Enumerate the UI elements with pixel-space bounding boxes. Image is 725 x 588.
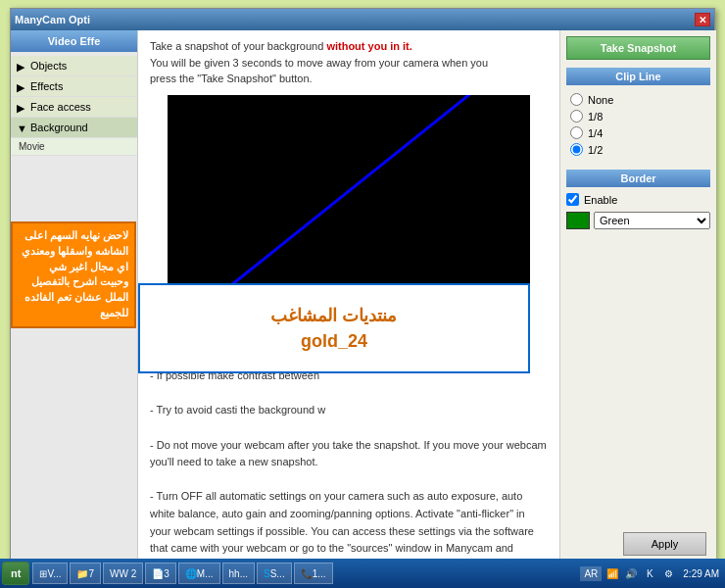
taskbar-s-icon: S [264, 568, 270, 579]
title-bar: ManyCam Opti ✕ [11, 9, 714, 30]
sidebar-effects-label: Effects [30, 80, 63, 92]
clip-none-radio[interactable] [570, 93, 583, 106]
clip-1-8-option[interactable]: 1/8 [570, 110, 706, 122]
enable-border-checkbox-row[interactable]: Enable [566, 193, 710, 206]
sidebar-item-effects[interactable]: ▶ Effects [11, 76, 137, 97]
language-indicator[interactable]: AR [580, 566, 602, 581]
arrow-right-icon: ▶ [17, 61, 26, 71]
close-button[interactable]: ✕ [695, 13, 710, 26]
clip-1-2-option[interactable]: 1/2 [570, 143, 706, 156]
sidebar-header: Video Effe [11, 30, 137, 52]
taskbar-item-s[interactable]: S S... [257, 563, 292, 584]
taskbar: nt ⊞ V... 📁 7 W W 2 📄 3 🌐 M... h h... S … [0, 559, 725, 588]
apply-button[interactable]: Apply [623, 532, 706, 556]
taskbar-w-icon: W [110, 568, 119, 579]
border-section: Border Enable Green [566, 170, 710, 229]
taskbar-item-v[interactable]: ⊞ V... [32, 563, 68, 584]
annotation-text: لاحض نهايه السهم اعلى الشاشه واسقلها ومع… [22, 229, 128, 318]
clip-1-4-option[interactable]: 1/4 [570, 126, 706, 139]
sidebar-item-background[interactable]: ▼ Background [11, 118, 137, 138]
sidebar-item-objects[interactable]: ▶ Objects [11, 56, 137, 76]
tray-icon-gear: ⚙ [660, 565, 676, 581]
clip-line-header: Clip Line [566, 68, 710, 85]
arrow-down-icon: ▼ [17, 122, 26, 132]
instruction-text: Take a snapshot of your background witho… [150, 38, 548, 87]
instruction-highlight: without you in it. [326, 40, 411, 52]
arabic-line1: منتديات المشاغب [160, 305, 508, 326]
border-header: Border [566, 170, 710, 187]
taskbar-doc-icon: 📄 [152, 568, 164, 579]
taskbar-folder-icon: 📁 [76, 568, 88, 579]
enable-border-checkbox[interactable] [566, 193, 579, 206]
rec-5: - Turn OFF all automatic settings on you… [150, 488, 548, 567]
camera-preview-container [168, 95, 530, 301]
taskbar-item-1[interactable]: 📞 1... [294, 563, 333, 584]
start-button[interactable]: nt [2, 562, 29, 585]
clip-1-4-label: 1/4 [588, 127, 603, 139]
rec-3: - Try to avoid casti the background w [150, 402, 548, 419]
taskbar-v-icon: ⊞ [39, 568, 47, 579]
arrow-right-icon2: ▶ [17, 81, 26, 91]
rec-4: - Do not move your webcam after you take… [150, 437, 548, 471]
sidebar-faceaccess-label: Face access [30, 101, 91, 113]
tray-icon-k: K [642, 565, 657, 581]
taskbar-item-3[interactable]: 📄 3 [145, 563, 176, 584]
color-swatch [566, 212, 590, 229]
tray-network-icon: 📶 [604, 565, 620, 581]
take-snapshot-button[interactable]: Take Snapshot [566, 36, 710, 60]
enable-label: Enable [584, 194, 617, 206]
color-select-row: Green [566, 212, 710, 229]
sidebar-background-label: Background [30, 122, 88, 133]
sidebar: Video Effe ▶ Objects ▶ Effects ▶ Face ac… [11, 30, 138, 567]
taskbar-1-icon: 📞 [301, 568, 313, 579]
sidebar-objects-label: Objects [30, 60, 67, 72]
clip-none-label: None [588, 94, 613, 106]
taskbar-right: AR 📶 🔊 K ⚙ 2:29 AM [580, 565, 723, 581]
taskbar-item-w[interactable]: W W 2 [103, 563, 143, 584]
clip-1-2-label: 1/2 [588, 144, 603, 156]
arrow-right-icon3: ▶ [17, 102, 26, 112]
clip-1-2-radio[interactable] [570, 143, 583, 156]
clip-1-4-radio[interactable] [570, 126, 583, 139]
taskbar-item-h[interactable]: h h... [222, 563, 255, 584]
taskbar-item-7[interactable]: 📁 7 [70, 563, 101, 584]
color-select-dropdown[interactable]: Green [594, 212, 710, 229]
sidebar-item-face-access[interactable]: ▶ Face access [11, 97, 137, 118]
window-title: ManyCam Opti [15, 14, 90, 25]
taskbar-globe-icon: 🌐 [185, 568, 197, 579]
taskbar-item-m[interactable]: 🌐 M... [178, 563, 220, 584]
right-panel: Take Snapshot Clip Line None 1/8 1/4 1/2… [559, 30, 716, 567]
annotation-box: لاحض نهايه السهم اعلى الشاشه واسقلها ومع… [11, 221, 136, 328]
clip-1-8-radio[interactable] [570, 110, 583, 122]
instruction-line3: press the "Take Snapshot" button. [150, 73, 313, 84]
instruction-line2: You will be given 3 seconds to move away… [150, 57, 488, 69]
arabic-line2: gold_24 [160, 331, 508, 352]
main-window: ManyCam Opti ✕ Video Effe ▶ Objects ▶ Ef… [10, 8, 715, 566]
sidebar-movie-label[interactable]: Movie [11, 138, 137, 156]
clip-none-option[interactable]: None [570, 93, 706, 106]
tray-volume-icon: 🔊 [623, 565, 639, 581]
arabic-overlay: منتديات المشاغب gold_24 [138, 283, 530, 373]
instruction-line1: Take a snapshot of your background [150, 40, 323, 52]
clip-line-options: None 1/8 1/4 1/2 [566, 91, 710, 162]
system-clock: 2:29 AM [679, 568, 723, 579]
clip-1-8-label: 1/8 [588, 111, 603, 122]
camera-preview [168, 95, 530, 301]
